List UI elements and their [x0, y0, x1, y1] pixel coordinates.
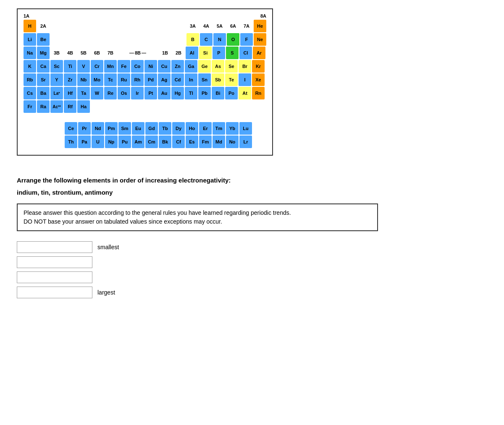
element-Tl: Tl — [185, 87, 197, 99]
element-As: As — [212, 60, 224, 73]
group-1b: 1B — [159, 47, 171, 59]
hint-line1: Please answer this question according to… — [24, 209, 371, 217]
element-P: P — [213, 47, 225, 59]
element-Pr: Pr — [78, 122, 91, 135]
element-Co: Co — [131, 60, 144, 73]
pt-row-1: H 2A 3A 4A 5A 6A 7A He — [24, 20, 266, 32]
element-U: U — [92, 136, 104, 148]
element-Cl: Cl — [239, 47, 252, 59]
element-Po: Po — [225, 87, 238, 99]
element-Te: Te — [225, 73, 238, 86]
answer-input-3[interactable] — [17, 271, 92, 283]
group-3b: 3B — [50, 47, 63, 59]
question-title: Arrange the following elements in order … — [17, 177, 395, 184]
group-8b-dash-right: — — [142, 50, 146, 55]
element-C: C — [200, 33, 213, 46]
element-N: N — [213, 33, 226, 46]
group-4b: 4B — [64, 47, 76, 59]
element-Rh: Rh — [131, 73, 144, 86]
largest-label: largest — [97, 289, 115, 296]
answer-input-1[interactable] — [17, 241, 92, 253]
hint-box: Please answer this question according to… — [17, 203, 378, 231]
element-Ti: Ti — [64, 60, 76, 73]
element-Fm: Fm — [199, 136, 212, 148]
answer-row-4: largest — [17, 287, 395, 298]
element-Pu: Pu — [118, 136, 131, 148]
question-elements: indium, tin, strontium, antimony — [17, 189, 395, 196]
element-I: I — [239, 73, 251, 86]
element-O: O — [227, 33, 239, 46]
answer-grid: smallest largest — [17, 241, 395, 298]
element-Yb: Yb — [226, 122, 239, 135]
element-Mg: Mg — [37, 47, 50, 59]
element-Dy: Dy — [172, 122, 185, 135]
element-Hf: Hf — [64, 87, 76, 99]
element-Tc: Tc — [104, 73, 117, 86]
element-Sc: Sc — [50, 60, 63, 73]
periodic-table: 1A 8A H 2A 3A 4A 5A 6A 7A He Li Be B C N… — [17, 8, 273, 156]
element-Bi: Bi — [212, 87, 224, 99]
element-Eu: Eu — [132, 122, 144, 135]
element-Cr: Cr — [91, 60, 103, 73]
element-Ta: Ta — [77, 87, 90, 99]
element-Zr: Zr — [64, 73, 76, 86]
element-Md: Md — [213, 136, 225, 148]
element-Es: Es — [186, 136, 198, 148]
element-Y: Y — [50, 73, 63, 86]
element-Nb: Nb — [77, 73, 90, 86]
element-Os: Os — [118, 87, 130, 99]
element-Li: Li — [24, 33, 36, 46]
element-H: H — [24, 20, 36, 32]
answer-input-4[interactable] — [17, 287, 92, 298]
element-Cf: Cf — [172, 136, 185, 148]
answer-row-2 — [17, 256, 395, 268]
element-W: W — [91, 87, 103, 99]
element-Cu: Cu — [158, 60, 171, 73]
element-Rn: Rn — [252, 87, 265, 99]
question-section: Arrange the following elements in order … — [17, 177, 395, 298]
element-Hg: Hg — [171, 87, 184, 99]
group-8a-label: 8A — [260, 13, 266, 18]
pt-row-4: K Ca Sc Ti V Cr Mn Fe Co Ni Cu Zn Ga Ge … — [24, 60, 266, 73]
pt-row-6: Cs Ba La* Hf Ta W Re Os Ir Pt Au Hg Tl P… — [24, 87, 266, 99]
element-Cs: Cs — [24, 87, 36, 99]
answer-input-2[interactable] — [17, 256, 92, 268]
element-Tb: Tb — [159, 122, 171, 135]
element-Na: Na — [24, 47, 36, 59]
element-Ag: Ag — [158, 73, 171, 86]
element-La: La* — [50, 87, 63, 99]
element-Th: Th — [65, 136, 77, 148]
element-Fe: Fe — [118, 60, 130, 73]
group-7a: 7A — [240, 20, 253, 32]
element-Ba: Ba — [37, 87, 50, 99]
pt-actinides: Th Pa U Np Pu Am Cm Bk Cf Es Fm Md No Lr — [24, 136, 266, 148]
hint-line2: DO NOT base your answer on tabulated val… — [24, 217, 371, 226]
element-Sn: Sn — [198, 73, 211, 86]
element-In: In — [185, 73, 197, 86]
group-2a: 2A — [37, 20, 50, 32]
element-Sr: Sr — [37, 73, 50, 86]
pt-row-7: Fr Ra Ac** Rf Ha — [24, 100, 266, 113]
element-Er: Er — [199, 122, 212, 135]
group-6b: 6B — [91, 47, 103, 59]
pt-lanthanides: Ce Pr Nd Pm Sm Eu Gd Tb Dy Ho Er Tm Yb L… — [24, 122, 266, 135]
element-Pt: Pt — [144, 87, 157, 99]
element-Sm: Sm — [118, 122, 131, 135]
element-Ir: Ir — [131, 87, 144, 99]
element-Sb: Sb — [212, 73, 224, 86]
element-Mo: Mo — [91, 73, 103, 86]
element-Pm: Pm — [105, 122, 118, 135]
element-Ni: Ni — [144, 60, 157, 73]
group-5a: 5A — [213, 20, 226, 32]
element-Am: Am — [132, 136, 144, 148]
element-Ce: Ce — [65, 122, 77, 135]
element-Mn: Mn — [104, 60, 117, 73]
element-Ac: Ac** — [50, 100, 63, 113]
element-Ra: Ra — [37, 100, 50, 113]
pt-row-3: Na Mg 3B 4B 5B 6B 7B — 8B — 1B 2B Al Si … — [24, 47, 266, 59]
element-No: No — [226, 136, 239, 148]
element-Pd: Pd — [144, 73, 157, 86]
element-Al: Al — [186, 47, 198, 59]
element-Kr: Kr — [252, 60, 265, 73]
group-6a: 6A — [227, 20, 239, 32]
